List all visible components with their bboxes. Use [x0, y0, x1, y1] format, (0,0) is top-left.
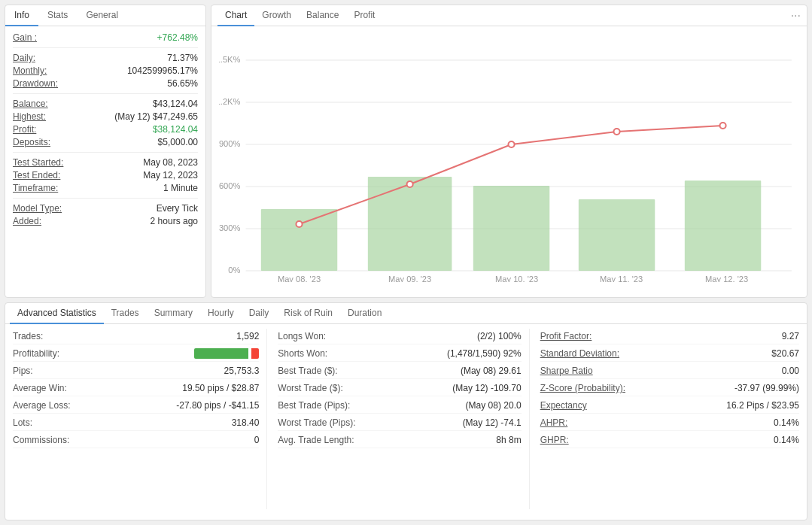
test-started-value: May 08, 2023: [143, 157, 198, 168]
tab-trades[interactable]: Trades: [104, 303, 147, 324]
stat-avg-trade-length: Avg. Trade Length: 8h 8m: [278, 432, 521, 448]
tab-chart[interactable]: Chart: [217, 5, 254, 26]
shorts-won-label: Shorts Won:: [278, 348, 327, 359]
commissions-label: Commissions:: [13, 435, 69, 445]
chart-options-button[interactable]: ···: [791, 9, 801, 23]
stat-ahpr: AHPR: 0.14%: [540, 415, 799, 431]
drawdown-value: 56.65%: [167, 78, 198, 89]
tab-summary[interactable]: Summary: [147, 303, 200, 324]
best-trade-dollar-label: Best Trade ($):: [278, 366, 337, 376]
svg-rect-12: [261, 209, 337, 271]
model-type-label: Model Type:: [13, 203, 62, 214]
added-value: 2 hours ago: [151, 216, 198, 226]
tab-info[interactable]: Info: [5, 5, 38, 26]
stats-col-3: Profit Factor: 9.27 Standard Deviation: …: [537, 329, 799, 509]
longs-won-value: (2/2) 100%: [477, 331, 522, 341]
shorts-won-value: (1,478/1,590) 92%: [447, 348, 522, 359]
stat-ghpr: GHPR: 0.14%: [540, 432, 799, 448]
tab-growth[interactable]: Growth: [254, 5, 299, 26]
timeframe-value: 1 Minute: [163, 183, 198, 193]
svg-text:May 09, '23: May 09, '23: [388, 275, 431, 282]
z-score-label: Z-Score (Probability):: [540, 383, 625, 393]
longs-won-label: Longs Won:: [278, 331, 326, 341]
gain-value: +762.48%: [157, 32, 198, 43]
bottom-section: Advanced Statistics Trades Summary Hourl…: [5, 302, 807, 520]
stat-longs-won: Longs Won: (2/2) 100%: [278, 329, 521, 344]
chart-panel: Chart Growth Balance Profit ··· 0% 300% …: [211, 5, 807, 298]
model-type-value: Every Tick: [157, 203, 198, 214]
avg-trade-length-label: Avg. Trade Length:: [278, 435, 354, 445]
stat-commissions: Commissions: 0: [13, 432, 259, 448]
svg-text:May 10, '23: May 10, '23: [495, 275, 538, 282]
svg-rect-16: [685, 181, 761, 271]
svg-text:300%: 300%: [219, 223, 241, 232]
lots-value: 318.40: [232, 417, 260, 428]
tab-hourly[interactable]: Hourly: [200, 303, 242, 324]
info-content: Gain : +762.48% Daily: 71.37% Monthly: 1…: [5, 26, 205, 235]
worst-trade-pips-label: Worst Trade (Pips):: [278, 417, 355, 428]
avg-win-label: Average Win:: [13, 383, 67, 393]
svg-text:May 08, '23: May 08, '23: [278, 275, 321, 282]
stats-tabs: Advanced Statistics Trades Summary Hourl…: [5, 303, 807, 324]
svg-text:600%: 600%: [219, 181, 241, 190]
pips-label: Pips:: [13, 366, 33, 376]
profit-factor-value: 9.27: [782, 331, 799, 341]
tab-daily[interactable]: Daily: [242, 303, 277, 324]
stat-avg-loss: Average Loss: -27.80 pips / -$41.15: [13, 398, 259, 414]
svg-text:900%: 900%: [219, 139, 241, 148]
sharpe-ratio-label: Sharpe Ratio: [540, 366, 593, 376]
tab-duration[interactable]: Duration: [340, 303, 389, 324]
avg-loss-label: Average Loss:: [13, 400, 71, 411]
worst-trade-dollar-value: (May 12) -109.70: [452, 383, 521, 393]
tab-stats[interactable]: Stats: [38, 5, 77, 26]
stat-avg-win: Average Win: 19.50 pips / $28.87: [13, 381, 259, 396]
balance-value: $43,124.04: [153, 99, 198, 109]
svg-text:May 11, '23: May 11, '23: [600, 275, 643, 282]
profitability-label: Profitability:: [13, 348, 59, 359]
best-trade-pips-label: Best Trade (Pips):: [278, 400, 350, 411]
svg-point-20: [613, 129, 619, 135]
test-ended-value: May 12, 2023: [143, 170, 198, 181]
tab-profit[interactable]: Profit: [346, 5, 382, 26]
stat-worst-trade-dollar: Worst Trade ($): (May 12) -109.70: [278, 381, 521, 396]
stat-std-deviation: Standard Deviation: $20.67: [540, 346, 799, 362]
chart-area: 0% 300% 600% 900% 1.2K% 1.5K%: [211, 26, 807, 290]
svg-rect-13: [368, 177, 452, 271]
stat-best-trade-pips: Best Trade (Pips): (May 08) 20.0: [278, 398, 521, 414]
svg-point-17: [296, 221, 302, 227]
trades-label: Trades:: [13, 331, 43, 341]
growth-chart: 0% 300% 600% 900% 1.2K% 1.5K%: [219, 34, 799, 282]
best-trade-pips-value: (May 08) 20.0: [466, 400, 522, 411]
avg-loss-value: -27.80 pips / -$41.15: [176, 400, 259, 411]
svg-text:1.2K%: 1.2K%: [219, 97, 241, 106]
svg-rect-15: [579, 199, 655, 271]
left-panel: Info Stats General Gain : +762.48% Daily…: [5, 5, 206, 298]
added-label: Added:: [13, 216, 41, 226]
svg-text:1.5K%: 1.5K%: [219, 55, 241, 64]
tab-general[interactable]: General: [77, 5, 127, 26]
avg-trade-length-value: 8h 8m: [496, 435, 521, 445]
monthly-value: 1042599965.17%: [127, 65, 198, 76]
daily-value: 71.37%: [167, 53, 198, 63]
stat-expectancy: Expectancy 16.2 Pips / $23.95: [540, 398, 799, 414]
deposits-label: Deposits:: [13, 137, 50, 147]
profitability-bar: [194, 348, 259, 359]
tab-risk-of-ruin[interactable]: Risk of Ruin: [276, 303, 340, 324]
trades-value: 1,592: [236, 331, 259, 341]
avg-win-value: 19.50 pips / $28.87: [182, 383, 259, 393]
profit-value: $38,124.04: [153, 124, 198, 135]
worst-trade-pips-value: (May 12) -74.1: [463, 417, 522, 428]
expectancy-value: 16.2 Pips / $23.95: [726, 400, 799, 411]
highest-value: (May 12) $47,249.65: [114, 111, 198, 122]
stat-profit-factor: Profit Factor: 9.27: [540, 329, 799, 344]
tab-advanced-statistics[interactable]: Advanced Statistics: [10, 303, 104, 324]
tab-balance[interactable]: Balance: [299, 5, 346, 26]
timeframe-label: Timeframe:: [13, 183, 58, 193]
stat-profitability: Profitability:: [13, 346, 259, 362]
worst-trade-dollar-label: Worst Trade ($):: [278, 383, 342, 393]
profit-label: Profit:: [13, 124, 36, 135]
commissions-value: 0: [254, 435, 260, 445]
drawdown-label: Drawdown:: [13, 78, 58, 89]
test-started-label: Test Started:: [13, 157, 63, 168]
stats-col-1: Trades: 1,592 Profitability: Pips: 25,75…: [13, 329, 267, 509]
